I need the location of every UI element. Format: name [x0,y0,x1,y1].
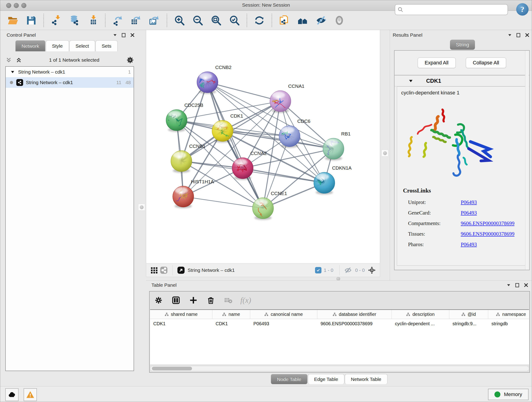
float-panel-icon[interactable] [516,32,521,38]
column-header-description[interactable]: description [392,310,449,319]
node-RB1[interactable] [323,138,344,160]
right-splitter-handle[interactable] [381,150,388,157]
network-collection-row[interactable]: String Network – cdk1 1 [6,67,133,77]
open-session-icon[interactable] [7,14,19,27]
cell-@id[interactable]: stringdb:9... [449,319,488,328]
table-hscrollbar[interactable] [151,366,529,371]
crosslink-link[interactable]: P06493 [461,242,477,248]
cell-canonical-name[interactable]: P06493 [250,319,317,328]
collapse-gene-icon[interactable] [408,78,413,83]
edge-CDC25B-CDC6[interactable] [177,120,290,136]
network-graph[interactable]: CCNB2CCNA1CDC25BCDK1CDC6RB1CCNB1CCNA2CDK… [146,30,380,263]
column-header-canonical-name[interactable]: canonical name [250,310,317,319]
cell-database-identifier[interactable]: 9606.ENSP00000378699 [317,319,392,328]
zoom-selected-icon[interactable] [228,14,241,27]
node-CCNA1[interactable] [270,90,291,113]
node-CCNE1[interactable] [253,198,273,222]
navigator-crosshair-icon[interactable] [367,265,377,275]
collapse-panel-icon[interactable] [507,32,512,38]
table-header-row: shared namenamecanonical namedatabase id… [150,310,529,319]
warning-status-button[interactable] [24,388,37,401]
delete-column-icon[interactable] [206,295,216,306]
gear-icon[interactable] [126,56,134,64]
network-row-selected[interactable]: String Network – cdk1 11 48 [6,77,133,88]
float-panel-icon[interactable] [515,283,520,288]
import-network-database-icon[interactable] [68,14,81,27]
cell-description[interactable]: cyclin-dependent ... [392,319,449,328]
zoom-fit-icon[interactable] [210,14,222,27]
float-panel-icon[interactable] [121,32,126,38]
node-CCNA2[interactable] [232,158,253,180]
tab-sets[interactable]: Sets [95,40,118,51]
close-panel-icon[interactable] [525,32,530,38]
edge-CCNA2-CDKN1A[interactable] [243,168,324,183]
import-network-file-icon[interactable] [50,14,62,27]
cloud-status-button[interactable] [5,388,19,401]
column-header-shared-name[interactable]: shared name [150,310,212,319]
expand-all-tree-icon[interactable] [15,57,22,64]
close-panel-icon[interactable] [130,32,135,38]
select-columns-icon[interactable] [171,295,181,306]
tab-edge-table[interactable]: Edge Table [308,374,344,384]
first-neighbors-icon[interactable] [297,14,309,27]
selected-checkbox-icon[interactable] [315,267,322,274]
expand-all-button[interactable]: Expand All [418,57,456,68]
collapse-all-button[interactable]: Collapse All [466,57,506,68]
crosslink-link[interactable]: 9606.ENSP00000378699 [461,220,515,226]
tab-node-table[interactable]: Node Table [271,374,307,384]
tab-network-table[interactable]: Network Table [345,374,388,384]
node-CDC6[interactable] [279,126,300,148]
help-button[interactable]: ? [516,3,529,16]
crosslink-link[interactable]: P06493 [461,210,477,216]
left-splitter-handle[interactable] [138,204,145,211]
search-box[interactable] [395,4,508,15]
tab-string[interactable]: String [450,40,475,50]
column-header-namespace[interactable]: namespace [488,310,529,319]
cell-name[interactable]: CDK1 [212,319,250,328]
memory-button[interactable]: Memory [488,389,529,400]
collapse-all-tree-icon[interactable] [5,57,12,64]
cell-namespace[interactable]: stringdb [488,319,529,328]
column-header-@id[interactable]: @id [449,310,488,319]
hide-selected-icon[interactable] [315,14,327,27]
table-row[interactable]: CDK1CDK1P064939606.ENSP00000378699cyclin… [150,319,529,328]
column-header-name[interactable]: name [212,310,250,319]
column-header-database-identifier[interactable]: database identifier [317,310,392,319]
collapse-panel-icon[interactable] [113,32,118,38]
clone-network-icon[interactable] [278,14,291,27]
graphics-detail-grid-icon[interactable] [149,265,159,275]
cell-shared-name[interactable]: CDK1 [150,319,212,328]
node-HIST1H1A[interactable] [172,186,194,208]
save-session-icon[interactable] [25,14,37,27]
export-table-icon[interactable] [130,14,142,27]
tab-network[interactable]: Network [15,40,45,51]
zoom-in-icon[interactable] [173,14,186,27]
node-CDC25B[interactable] [166,109,187,132]
birdseye-share-icon[interactable] [159,265,169,275]
refresh-layout-icon[interactable] [253,14,266,27]
export-image-icon[interactable] [148,14,161,27]
import-table-file-icon[interactable] [87,14,99,27]
zoom-out-icon[interactable] [191,14,204,27]
close-panel-icon[interactable] [524,283,529,288]
results-scrollbar[interactable] [525,51,529,270]
edge-HIST1H1A-CCNE1[interactable] [183,197,263,208]
node-CCNB1[interactable] [171,151,192,173]
add-column-icon[interactable] [188,295,199,306]
crosslink-link[interactable]: P06493 [461,199,477,205]
tab-select[interactable]: Select [70,40,95,51]
tab-style[interactable]: Style [46,40,69,51]
search-input[interactable] [404,5,507,14]
export-network-icon[interactable] [112,14,124,27]
external-window-icon[interactable] [176,265,186,275]
crosslink-link[interactable]: 9606.ENSP00000378699 [461,231,515,237]
node-CDKN1A[interactable] [314,172,335,195]
network-canvas[interactable]: CCNB2CCNA1CDC25BCDK1CDC6RB1CCNB1CCNA2CDK… [146,30,380,263]
collapse-panel-icon[interactable] [506,283,511,288]
gene-section-header[interactable]: CDK1 [394,75,529,86]
network-selection-status: 1 of 1 Network selected [22,57,126,63]
tree-expander-icon[interactable] [10,70,15,74]
node-table[interactable]: shared namenamecanonical namedatabase id… [150,309,529,364]
node-CDK1[interactable] [212,120,233,143]
table-gear-icon[interactable] [153,295,164,306]
